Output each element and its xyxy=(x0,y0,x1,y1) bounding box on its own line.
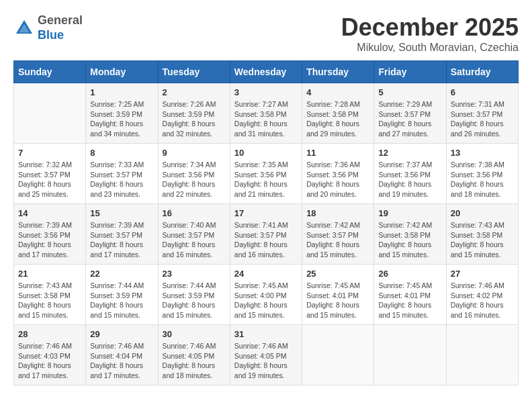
day-number: 15 xyxy=(90,208,153,218)
day-info: Sunrise: 7:27 AM Sunset: 3:58 PM Dayligh… xyxy=(234,99,298,139)
calendar-cell: 1Sunrise: 7:25 AM Sunset: 3:59 PM Daylig… xyxy=(86,83,158,144)
day-info: Sunrise: 7:41 AM Sunset: 3:57 PM Dayligh… xyxy=(234,220,298,260)
day-number: 30 xyxy=(163,329,226,339)
day-number: 3 xyxy=(234,87,298,97)
day-info: Sunrise: 7:34 AM Sunset: 3:56 PM Dayligh… xyxy=(163,160,226,199)
calendar-week-row: 28Sunrise: 7:46 AM Sunset: 4:03 PM Dayli… xyxy=(14,325,519,385)
calendar-week-row: 21Sunrise: 7:43 AM Sunset: 3:58 PM Dayli… xyxy=(14,265,519,325)
calendar-cell: 3Sunrise: 7:27 AM Sunset: 3:58 PM Daylig… xyxy=(230,83,302,144)
month-title: December 2025 xyxy=(341,13,519,42)
day-info: Sunrise: 7:46 AM Sunset: 4:03 PM Dayligh… xyxy=(18,341,81,381)
calendar-cell: 14Sunrise: 7:39 AM Sunset: 3:56 PM Dayli… xyxy=(14,204,86,265)
day-number: 25 xyxy=(306,269,369,279)
calendar-cell: 23Sunrise: 7:44 AM Sunset: 3:59 PM Dayli… xyxy=(158,265,230,325)
day-info: Sunrise: 7:26 AM Sunset: 3:59 PM Dayligh… xyxy=(163,99,226,139)
day-info: Sunrise: 7:45 AM Sunset: 4:01 PM Dayligh… xyxy=(306,281,369,320)
weekday-header: Monday xyxy=(86,61,158,83)
weekday-header: Thursday xyxy=(302,61,374,83)
calendar-cell: 27Sunrise: 7:46 AM Sunset: 4:02 PM Dayli… xyxy=(446,265,518,325)
day-info: Sunrise: 7:43 AM Sunset: 3:58 PM Dayligh… xyxy=(18,281,81,320)
day-info: Sunrise: 7:42 AM Sunset: 3:58 PM Dayligh… xyxy=(378,220,441,260)
day-number: 19 xyxy=(378,208,441,218)
logo-text: General Blue xyxy=(38,13,83,42)
calendar-cell: 31Sunrise: 7:46 AM Sunset: 4:05 PM Dayli… xyxy=(230,325,302,385)
day-number: 22 xyxy=(90,269,153,279)
day-info: Sunrise: 7:29 AM Sunset: 3:57 PM Dayligh… xyxy=(378,99,441,139)
day-number: 12 xyxy=(378,148,441,158)
calendar-cell: 5Sunrise: 7:29 AM Sunset: 3:57 PM Daylig… xyxy=(374,83,446,144)
day-number: 27 xyxy=(451,269,514,279)
calendar-cell: 12Sunrise: 7:37 AM Sunset: 3:56 PM Dayli… xyxy=(374,144,446,204)
calendar-cell: 30Sunrise: 7:46 AM Sunset: 4:05 PM Dayli… xyxy=(158,325,230,385)
calendar-cell: 13Sunrise: 7:38 AM Sunset: 3:56 PM Dayli… xyxy=(446,144,518,204)
calendar-cell xyxy=(302,325,374,385)
day-info: Sunrise: 7:43 AM Sunset: 3:58 PM Dayligh… xyxy=(451,220,514,260)
calendar-cell: 26Sunrise: 7:45 AM Sunset: 4:01 PM Dayli… xyxy=(374,265,446,325)
day-number: 14 xyxy=(18,208,81,218)
day-number: 10 xyxy=(234,148,298,158)
day-info: Sunrise: 7:42 AM Sunset: 3:57 PM Dayligh… xyxy=(306,220,369,260)
day-number: 5 xyxy=(378,87,441,97)
calendar-week-row: 7Sunrise: 7:32 AM Sunset: 3:57 PM Daylig… xyxy=(14,144,519,204)
day-info: Sunrise: 7:33 AM Sunset: 3:57 PM Dayligh… xyxy=(90,160,153,199)
day-info: Sunrise: 7:38 AM Sunset: 3:56 PM Dayligh… xyxy=(451,160,514,199)
calendar-table: SundayMondayTuesdayWednesdayThursdayFrid… xyxy=(13,60,519,385)
day-number: 21 xyxy=(18,269,81,279)
calendar-cell: 7Sunrise: 7:32 AM Sunset: 3:57 PM Daylig… xyxy=(14,144,86,204)
day-info: Sunrise: 7:37 AM Sunset: 3:56 PM Dayligh… xyxy=(378,160,441,199)
day-number: 23 xyxy=(163,269,226,279)
page-header: General Blue December 2025 Mikulov, Sout… xyxy=(13,13,519,54)
day-number: 20 xyxy=(451,208,514,218)
day-number: 4 xyxy=(306,87,369,97)
day-info: Sunrise: 7:39 AM Sunset: 3:56 PM Dayligh… xyxy=(18,220,81,260)
calendar-cell: 29Sunrise: 7:46 AM Sunset: 4:04 PM Dayli… xyxy=(86,325,158,385)
calendar-cell: 11Sunrise: 7:36 AM Sunset: 3:56 PM Dayli… xyxy=(302,144,374,204)
weekday-header: Tuesday xyxy=(158,61,230,83)
day-info: Sunrise: 7:44 AM Sunset: 3:59 PM Dayligh… xyxy=(90,281,153,320)
day-info: Sunrise: 7:25 AM Sunset: 3:59 PM Dayligh… xyxy=(90,99,153,139)
day-number: 11 xyxy=(306,148,369,158)
day-number: 8 xyxy=(90,148,153,158)
calendar-cell: 22Sunrise: 7:44 AM Sunset: 3:59 PM Dayli… xyxy=(86,265,158,325)
day-info: Sunrise: 7:40 AM Sunset: 3:57 PM Dayligh… xyxy=(163,220,226,260)
calendar-cell: 19Sunrise: 7:42 AM Sunset: 3:58 PM Dayli… xyxy=(374,204,446,265)
calendar-cell: 10Sunrise: 7:35 AM Sunset: 3:56 PM Dayli… xyxy=(230,144,302,204)
day-number: 6 xyxy=(451,87,514,97)
calendar-cell: 4Sunrise: 7:28 AM Sunset: 3:58 PM Daylig… xyxy=(302,83,374,144)
day-info: Sunrise: 7:45 AM Sunset: 4:01 PM Dayligh… xyxy=(378,281,441,320)
day-number: 7 xyxy=(18,148,81,158)
weekday-header-row: SundayMondayTuesdayWednesdayThursdayFrid… xyxy=(14,61,519,83)
calendar-cell: 25Sunrise: 7:45 AM Sunset: 4:01 PM Dayli… xyxy=(302,265,374,325)
day-info: Sunrise: 7:46 AM Sunset: 4:05 PM Dayligh… xyxy=(234,341,298,381)
day-info: Sunrise: 7:46 AM Sunset: 4:02 PM Dayligh… xyxy=(451,281,514,320)
day-info: Sunrise: 7:44 AM Sunset: 3:59 PM Dayligh… xyxy=(163,281,226,320)
day-info: Sunrise: 7:28 AM Sunset: 3:58 PM Dayligh… xyxy=(306,99,369,139)
day-number: 9 xyxy=(163,148,226,158)
calendar-cell: 21Sunrise: 7:43 AM Sunset: 3:58 PM Dayli… xyxy=(14,265,86,325)
calendar-cell xyxy=(446,325,518,385)
day-info: Sunrise: 7:31 AM Sunset: 3:57 PM Dayligh… xyxy=(451,99,514,139)
day-number: 24 xyxy=(234,269,298,279)
day-info: Sunrise: 7:32 AM Sunset: 3:57 PM Dayligh… xyxy=(18,160,81,199)
calendar-cell xyxy=(374,325,446,385)
calendar-cell: 15Sunrise: 7:39 AM Sunset: 3:57 PM Dayli… xyxy=(86,204,158,265)
calendar-cell: 24Sunrise: 7:45 AM Sunset: 4:00 PM Dayli… xyxy=(230,265,302,325)
calendar-week-row: 14Sunrise: 7:39 AM Sunset: 3:56 PM Dayli… xyxy=(14,204,519,265)
calendar-cell: 6Sunrise: 7:31 AM Sunset: 3:57 PM Daylig… xyxy=(446,83,518,144)
calendar-cell: 9Sunrise: 7:34 AM Sunset: 3:56 PM Daylig… xyxy=(158,144,230,204)
day-info: Sunrise: 7:46 AM Sunset: 4:04 PM Dayligh… xyxy=(90,341,153,381)
day-info: Sunrise: 7:35 AM Sunset: 3:56 PM Dayligh… xyxy=(234,160,298,199)
logo-icon xyxy=(13,17,35,39)
day-number: 16 xyxy=(163,208,226,218)
day-number: 26 xyxy=(378,269,441,279)
weekday-header: Friday xyxy=(374,61,446,83)
calendar-cell: 20Sunrise: 7:43 AM Sunset: 3:58 PM Dayli… xyxy=(446,204,518,265)
logo: General Blue xyxy=(13,13,83,42)
day-info: Sunrise: 7:39 AM Sunset: 3:57 PM Dayligh… xyxy=(90,220,153,260)
day-info: Sunrise: 7:45 AM Sunset: 4:00 PM Dayligh… xyxy=(234,281,298,320)
weekday-header: Wednesday xyxy=(230,61,302,83)
weekday-header: Saturday xyxy=(446,61,518,83)
calendar-cell: 17Sunrise: 7:41 AM Sunset: 3:57 PM Dayli… xyxy=(230,204,302,265)
title-block: December 2025 Mikulov, South Moravian, C… xyxy=(341,13,519,54)
day-number: 13 xyxy=(451,148,514,158)
